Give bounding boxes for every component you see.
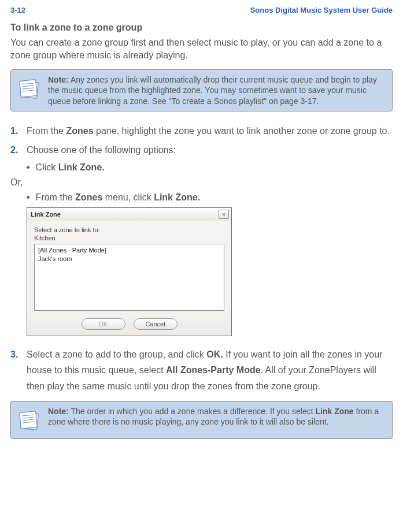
bullet-1-a: Click bbox=[36, 162, 58, 172]
bullet-2-d: Link Zone. bbox=[154, 192, 200, 202]
guide-title: Sonos Digital Music System User Guide bbox=[250, 6, 393, 14]
link-zone-dialog: Link Zone × Select a zone to link to: Ki… bbox=[27, 207, 232, 336]
bullet-1-bold: Link Zone. bbox=[58, 162, 105, 172]
cancel-button[interactable]: Cancel bbox=[134, 318, 178, 330]
step-3: 3. Select a zone to add to the group, an… bbox=[10, 347, 393, 394]
bullet-2-a: From the bbox=[36, 192, 75, 202]
ok-button[interactable]: OK bbox=[82, 318, 125, 330]
note-icon bbox=[17, 408, 42, 434]
page-header: 3-12 Sonos Digital Music System User Gui… bbox=[10, 6, 393, 14]
dialog-title: Link Zone bbox=[31, 211, 61, 218]
note2-b: Link Zone bbox=[316, 407, 354, 416]
zone-listbox[interactable]: [All Zones - Party Mode] Jack's room bbox=[34, 244, 224, 311]
step-number-2: 2. bbox=[10, 143, 18, 157]
note-box-2: Note: The order in which you add a zone … bbox=[10, 401, 393, 439]
note-label: Note: bbox=[48, 407, 69, 416]
bullet-2-c: menu, click bbox=[102, 192, 154, 202]
step-list: 1. From the Zones pane, highlight the zo… bbox=[10, 124, 393, 157]
bullet-dot-icon: • bbox=[27, 192, 30, 203]
section-heading: To link a zone to a zone group bbox=[10, 23, 393, 33]
step-number-3: 3. bbox=[10, 347, 18, 362]
note2-a: The order in which you add a zone makes … bbox=[71, 407, 315, 416]
dialog-button-row: OK Cancel bbox=[27, 313, 231, 336]
or-text: Or, bbox=[10, 177, 393, 188]
dialog-titlebar: Link Zone × bbox=[27, 208, 231, 221]
step-2: 2. Choose one of the following options: bbox=[10, 143, 393, 157]
step-1-text-a: From the bbox=[27, 126, 66, 136]
step-3-a: Select a zone to add to the group, and c… bbox=[27, 349, 206, 359]
step-number-1: 1. bbox=[10, 124, 18, 137]
step-3-d: All Zones-Party Mode bbox=[166, 365, 261, 375]
step-1-bold: Zones bbox=[66, 126, 93, 136]
list-item[interactable]: Jack's room bbox=[38, 255, 221, 263]
bullet-1: • Click Link Zone. bbox=[10, 162, 393, 173]
bullet-1-text: Click Link Zone. bbox=[36, 162, 105, 173]
step-1-text-c: pane, highlight the zone you want to lin… bbox=[94, 126, 390, 136]
bullet-dot-icon: • bbox=[27, 162, 30, 173]
step-list-2: 3. Select a zone to add to the group, an… bbox=[10, 347, 393, 394]
list-item[interactable]: [All Zones - Party Mode] bbox=[38, 246, 221, 255]
note-icon bbox=[17, 77, 42, 102]
dialog-current-zone: Kitchen bbox=[34, 235, 224, 241]
note-label: Note: bbox=[48, 75, 69, 84]
note-box-1: Note: Any zones you link will automatica… bbox=[10, 69, 393, 111]
close-button[interactable]: × bbox=[219, 210, 229, 219]
dialog-label: Select a zone to link to: bbox=[34, 226, 224, 233]
step-3-b: OK. bbox=[206, 349, 223, 359]
note-text-1: Note: Any zones you link will automatica… bbox=[48, 75, 386, 106]
step-1: 1. From the Zones pane, highlight the zo… bbox=[10, 124, 393, 137]
bullet-2-b: Zones bbox=[75, 192, 102, 202]
dialog-body: Select a zone to link to: Kitchen [All Z… bbox=[27, 221, 231, 313]
bullet-2-text: From the Zones menu, click Link Zone. bbox=[36, 192, 201, 203]
intro-paragraph: You can create a zone group first and th… bbox=[10, 36, 393, 61]
step-2-text: Choose one of the following options: bbox=[27, 145, 176, 155]
note-text-2: Note: The order in which you add a zone … bbox=[48, 406, 386, 427]
note-body: Any zones you link will automatically dr… bbox=[48, 75, 377, 105]
page-number: 3-12 bbox=[10, 6, 25, 14]
bullet-2: • From the Zones menu, click Link Zone. bbox=[10, 192, 393, 203]
